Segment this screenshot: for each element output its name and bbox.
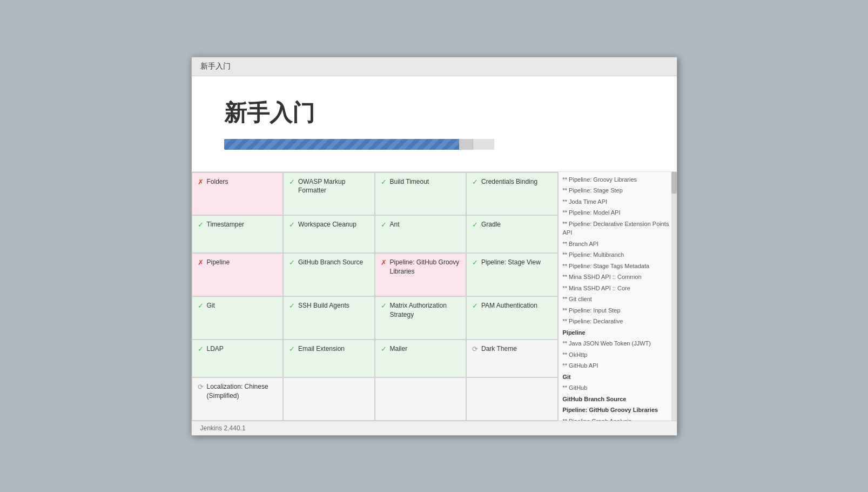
plugin-cell-matrix-auth: ✓Matrix Authorization Strategy [375, 296, 467, 340]
sidebar-item: ** GitHub [559, 382, 677, 394]
plugin-cell-git: ✓Git [192, 296, 284, 340]
plugin-name: PAM Authentication [481, 301, 537, 310]
content-section: ✗Folders✓OWASP Markup Formatter✓Build Ti… [192, 172, 677, 421]
check-icon: ✓ [198, 302, 204, 310]
plugin-name: Email Extension [298, 344, 345, 354]
check-icon: ✓ [472, 178, 478, 186]
sidebar-item: ** Pipeline Graph Analysis [559, 416, 677, 421]
plugin-cell-timestamper: ✓Timestamper [192, 215, 284, 253]
plugin-name: OWASP Markup Formatter [298, 177, 369, 196]
scrollbar-thumb[interactable] [671, 172, 677, 194]
check-icon: ✓ [472, 258, 478, 267]
sidebar-panel[interactable]: ** Pipeline: Groovy Libraries** Pipeline… [558, 172, 677, 421]
plugin-cell-credentials-binding: ✓Credentials Binding [466, 172, 558, 216]
plugin-name: Workspace Cleanup [298, 220, 356, 229]
plugin-name: Ant [390, 220, 400, 229]
plugin-cell-workspace-cleanup: ✓Workspace Cleanup [283, 215, 375, 253]
check-icon: ✓ [472, 302, 478, 310]
x-icon: ✗ [381, 258, 387, 267]
plugin-name: LDAP [207, 344, 224, 354]
plugin-cell-mailer: ✓Mailer [375, 340, 467, 377]
window-title: 新手入门 [200, 62, 231, 70]
hero-title: 新手入门 [224, 98, 644, 128]
status-bar: Jenkins 2.440.1 [192, 421, 677, 435]
sidebar-item: ** Git client [559, 294, 677, 305]
scrollbar-track[interactable] [671, 172, 677, 421]
plugin-cell-ant: ✓Ant [375, 215, 467, 253]
plugin-cell-github-branch-source: ✓GitHub Branch Source [283, 253, 375, 296]
plugin-name: SSH Build Agents [298, 301, 349, 310]
plugin-cell-owasp: ✓OWASP Markup Formatter [283, 172, 375, 216]
plugin-cell-ssh-build-agents: ✓SSH Build Agents [283, 296, 375, 340]
check-icon: ✓ [289, 345, 295, 353]
plugin-cell-dark-theme: ⟳Dark Theme [466, 340, 558, 377]
plugin-cell-build-timeout: ✓Build Timeout [375, 172, 467, 216]
sidebar-item: ** Pipeline: Declarative [559, 316, 677, 327]
title-bar: 新手入门 [192, 57, 677, 76]
plugin-cell-pam-auth: ✓PAM Authentication [466, 296, 558, 340]
sidebar-item: ** Mina SSHD API :: Core [559, 283, 677, 294]
check-icon: ✓ [289, 258, 295, 267]
main-window: 新手入门 新手入门 ✗Folders✓OWASP Markup Formatte… [191, 57, 677, 436]
check-icon: ✓ [381, 302, 387, 310]
sidebar-item: ** Joda Time API [559, 196, 677, 208]
plugin-name: GitHub Branch Source [298, 258, 363, 267]
empty-cell [283, 377, 375, 421]
plugin-cell-email-extension: ✓Email Extension [283, 340, 375, 377]
plugin-cell-pipeline-github-groovy: ✗Pipeline: GitHub Groovy Libraries [375, 253, 467, 296]
progress-bar-end [473, 139, 494, 150]
sidebar-item: GitHub Branch Source [559, 394, 677, 405]
plugin-name: Pipeline [207, 258, 230, 267]
plugin-name: Localization: Chinese (Simplified) [207, 382, 278, 401]
plugin-cell-gradle: ✓Gradle [466, 215, 558, 253]
sidebar-item: ** Mina SSHD API :: Common [559, 271, 677, 283]
sidebar-item: ** Branch API [559, 238, 677, 250]
sidebar-item: ** Pipeline: Declarative Extension Point… [559, 218, 677, 238]
sidebar-item: ** Java JSON Web Token (JJWT) [559, 338, 677, 349]
plugin-name: Dark Theme [481, 344, 517, 354]
x-icon: ✗ [198, 258, 204, 267]
sidebar-item: ** Pipeline: Input Step [559, 305, 677, 316]
plugin-name: Mailer [390, 344, 408, 354]
spinner-icon: ⟳ [198, 383, 204, 391]
plugin-name: Credentials Binding [481, 177, 537, 187]
check-icon: ✓ [289, 178, 295, 186]
jenkins-version: Jenkins 2.440.1 [200, 424, 246, 432]
sidebar-item: Pipeline: GitHub Groovy Libraries [559, 404, 677, 416]
plugin-name: Timestamper [207, 220, 245, 229]
sidebar-item: ** Pipeline: Groovy Libraries [559, 174, 677, 185]
check-icon: ✓ [198, 345, 204, 353]
empty-cell [466, 377, 558, 421]
sidebar-item: ** Pipeline: Stage Step [559, 185, 677, 196]
plugin-name: Matrix Authorization Strategy [390, 301, 461, 320]
check-icon: ✓ [381, 178, 387, 186]
check-icon: ✓ [289, 221, 295, 229]
plugin-cell-folders: ✗Folders [192, 172, 284, 216]
plugin-cell-pipeline: ✗Pipeline [192, 253, 284, 296]
sidebar-item: ** Pipeline: Multibranch [559, 249, 677, 261]
check-icon: ✓ [289, 302, 295, 310]
plugin-cell-ldap: ✓LDAP [192, 340, 284, 377]
progress-bar-container [224, 139, 494, 150]
check-icon: ✓ [198, 221, 204, 229]
plugin-name: Git [207, 301, 215, 310]
x-icon: ✗ [198, 178, 204, 186]
plugin-name: Pipeline: Stage View [481, 258, 541, 267]
sidebar-item: ** Pipeline: Model API [559, 207, 677, 218]
plugins-grid: ✗Folders✓OWASP Markup Formatter✓Build Ti… [192, 172, 558, 421]
check-icon: ✓ [381, 345, 387, 353]
progress-bar-fill [224, 139, 459, 150]
plugin-name: Build Timeout [390, 177, 429, 187]
empty-cell [375, 377, 467, 421]
plugin-cell-pipeline-stage-view: ✓Pipeline: Stage View [466, 253, 558, 296]
spinner-icon: ⟳ [472, 345, 478, 353]
plugin-name: Pipeline: GitHub Groovy Libraries [390, 258, 461, 276]
check-icon: ✓ [381, 221, 387, 229]
hero-section: 新手入门 [192, 76, 677, 172]
plugin-name: Folders [207, 177, 228, 187]
plugin-name: Gradle [481, 220, 501, 229]
sidebar-item: Git [559, 371, 677, 383]
sidebar-item: Pipeline [559, 327, 677, 338]
sidebar-item: ** GitHub API [559, 360, 677, 371]
check-icon: ✓ [472, 221, 478, 229]
